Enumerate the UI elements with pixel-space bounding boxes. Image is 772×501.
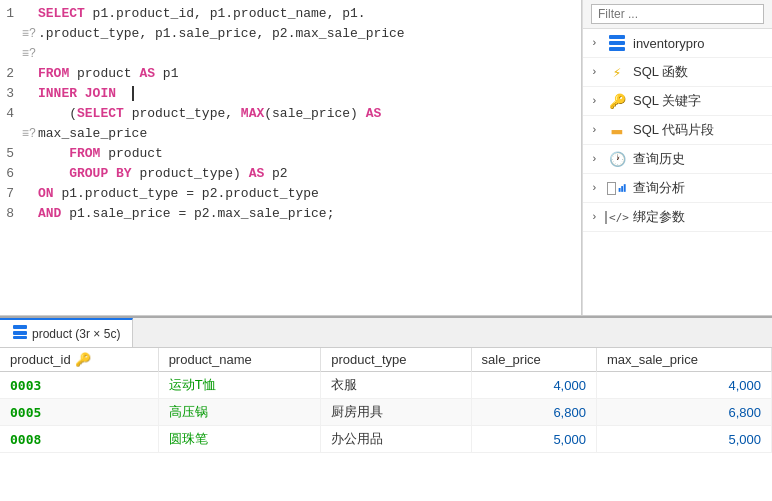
svg-rect-4 bbox=[621, 186, 623, 192]
sidebar-label-6: 绑定参数 bbox=[633, 208, 685, 226]
svg-rect-0 bbox=[609, 35, 625, 39]
code-icon-6: </> bbox=[607, 207, 627, 227]
sidebar: › inventorypro › ⚡ SQL 函数 › � bbox=[582, 0, 772, 315]
code-line-2: 2 FROM product AS p1 bbox=[0, 64, 581, 84]
cell-max-sale-price-1: 6,800 bbox=[596, 399, 771, 426]
svg-rect-6 bbox=[13, 325, 27, 329]
code-editor[interactable]: 1 SELECT p1.product_id, p1.product_name,… bbox=[0, 0, 582, 315]
sidebar-label-5: 查询分析 bbox=[633, 179, 685, 197]
sidebar-item-sql-snippets[interactable]: › ▬ SQL 代码片段 bbox=[583, 116, 772, 145]
code-content: 1 SELECT p1.product_id, p1.product_name,… bbox=[0, 0, 581, 228]
chevron-icon-4: › bbox=[591, 153, 601, 165]
line-text-2: FROM product AS p1 bbox=[38, 64, 581, 84]
cell-product-name-1: 高压锅 bbox=[158, 399, 321, 426]
line-text-1: SELECT p1.product_id, p1.product_name, p… bbox=[38, 4, 581, 24]
clock-icon-4: 🕐 bbox=[607, 149, 627, 169]
line-num-6: 6 bbox=[0, 164, 20, 184]
result-table: product_id 🔑 product_name product_type s… bbox=[0, 348, 772, 453]
chevron-icon-6: › bbox=[591, 211, 601, 223]
sidebar-item-sql-keywords[interactable]: › 🔑 SQL 关键字 bbox=[583, 87, 772, 116]
code-line-8: 8 AND p1.sale_price = p2.max_sale_price; bbox=[0, 204, 581, 224]
col-product-id-label: product_id bbox=[10, 352, 71, 367]
checkbox-6 bbox=[605, 211, 607, 224]
line-num-7: 7 bbox=[0, 184, 20, 204]
sidebar-label-1: SQL 函数 bbox=[633, 63, 688, 81]
sidebar-item-query-analysis[interactable]: › 查询分析 bbox=[583, 174, 772, 203]
table-tab-label: product (3r × 5c) bbox=[32, 327, 120, 341]
chart-icon-5 bbox=[607, 178, 627, 198]
code-line-1c: ≡? bbox=[0, 44, 581, 64]
table-row: 0008 圆珠笔 办公用品 5,000 5,000 bbox=[0, 426, 772, 453]
chevron-icon-2: › bbox=[591, 95, 601, 107]
cell-max-sale-price-2: 5,000 bbox=[596, 426, 771, 453]
col-product-name: product_name bbox=[158, 348, 321, 372]
table-header-row: product_id 🔑 product_name product_type s… bbox=[0, 348, 772, 372]
line-text-1b: .product_type, p1.sale_price, p2.max_sal… bbox=[38, 24, 581, 44]
cell-max-sale-price-0: 4,000 bbox=[596, 372, 771, 399]
col-product-type: product_type bbox=[321, 348, 471, 372]
line-text-3: INNER JOIN bbox=[38, 84, 581, 104]
svg-rect-1 bbox=[609, 41, 625, 45]
checkbox-5 bbox=[607, 182, 616, 195]
line-num-8: 8 bbox=[0, 204, 20, 224]
line-text-7: ON p1.product_type = p2.product_type bbox=[38, 184, 581, 204]
col-sale-price: sale_price bbox=[471, 348, 596, 372]
code-line-5: 5 FROM product bbox=[0, 144, 581, 164]
code-line-4: 4 (SELECT product_type, MAX(sale_price) … bbox=[0, 104, 581, 124]
line-num-4: 4 bbox=[0, 104, 20, 124]
sidebar-item-query-history[interactable]: › 🕐 查询历史 bbox=[583, 145, 772, 174]
table-row: 0003 运动T恤 衣服 4,000 4,000 bbox=[0, 372, 772, 399]
table-container[interactable]: product_id 🔑 product_name product_type s… bbox=[0, 348, 772, 501]
sidebar-label-4: 查询历史 bbox=[633, 150, 685, 168]
line-text-8: AND p1.sale_price = p2.max_sale_price; bbox=[38, 204, 581, 224]
db-icon-0 bbox=[607, 33, 627, 53]
sidebar-label-2: SQL 关键字 bbox=[633, 92, 701, 110]
table-tab[interactable]: product (3r × 5c) bbox=[0, 318, 133, 347]
chevron-icon-0: › bbox=[591, 37, 601, 49]
cell-product-id-2: 0008 bbox=[0, 426, 158, 453]
cell-sale-price-0: 4,000 bbox=[471, 372, 596, 399]
sidebar-item-inventorypro[interactable]: › inventorypro bbox=[583, 29, 772, 58]
col-product-id: product_id 🔑 bbox=[0, 348, 158, 372]
main-area: 1 SELECT p1.product_id, p1.product_name,… bbox=[0, 0, 772, 316]
cell-product-name-0: 运动T恤 bbox=[158, 372, 321, 399]
chevron-icon-1: › bbox=[591, 66, 601, 78]
svg-rect-2 bbox=[609, 47, 625, 51]
svg-rect-5 bbox=[624, 184, 626, 192]
line-icon-1b: ≡? bbox=[20, 24, 38, 44]
filter-input[interactable] bbox=[591, 4, 764, 24]
sidebar-item-bind-params[interactable]: › </> 绑定参数 bbox=[583, 203, 772, 232]
key-icon-2: 🔑 bbox=[607, 91, 627, 111]
sidebar-label-0: inventorypro bbox=[633, 36, 705, 51]
sidebar-items: › inventorypro › ⚡ SQL 函数 › � bbox=[583, 29, 772, 315]
line-text-4b: max_sale_price bbox=[38, 124, 581, 144]
cell-product-name-2: 圆珠笔 bbox=[158, 426, 321, 453]
line-num-3: 3 bbox=[0, 84, 20, 104]
svg-rect-3 bbox=[619, 188, 621, 192]
line-num-5: 5 bbox=[0, 144, 20, 164]
line-icon-1c: ≡? bbox=[20, 44, 38, 64]
cell-product-id-0: 0003 bbox=[0, 372, 158, 399]
table-tab-bar: product (3r × 5c) bbox=[0, 318, 772, 348]
chevron-icon-5: › bbox=[591, 182, 601, 194]
line-text-5: FROM product bbox=[38, 144, 581, 164]
sidebar-item-sql-functions[interactable]: › ⚡ SQL 函数 bbox=[583, 58, 772, 87]
filter-bar bbox=[583, 0, 772, 29]
line-text-4: (SELECT product_type, MAX(sale_price) AS bbox=[38, 104, 581, 124]
lightning-icon-1: ⚡ bbox=[607, 62, 627, 82]
cell-product-type-0: 衣服 bbox=[321, 372, 471, 399]
line-icon-4b: ≡? bbox=[20, 124, 38, 144]
cell-product-type-2: 办公用品 bbox=[321, 426, 471, 453]
table-panel: product (3r × 5c) product_id 🔑 product_n… bbox=[0, 316, 772, 501]
line-num-1: 1 bbox=[0, 4, 20, 24]
line-text-6: GROUP BY product_type) AS p2 bbox=[38, 164, 581, 184]
code-line-4b: ≡? max_sale_price bbox=[0, 124, 581, 144]
cell-product-type-1: 厨房用具 bbox=[321, 399, 471, 426]
code-line-1: 1 SELECT p1.product_id, p1.product_name,… bbox=[0, 4, 581, 24]
code-line-1b: ≡? .product_type, p1.sale_price, p2.max_… bbox=[0, 24, 581, 44]
code-line-7: 7 ON p1.product_type = p2.product_type bbox=[0, 184, 581, 204]
key-icon-header: 🔑 bbox=[75, 352, 91, 367]
chevron-icon-3: › bbox=[591, 124, 601, 136]
table-tab-icon bbox=[12, 324, 28, 343]
line-num-2: 2 bbox=[0, 64, 20, 84]
